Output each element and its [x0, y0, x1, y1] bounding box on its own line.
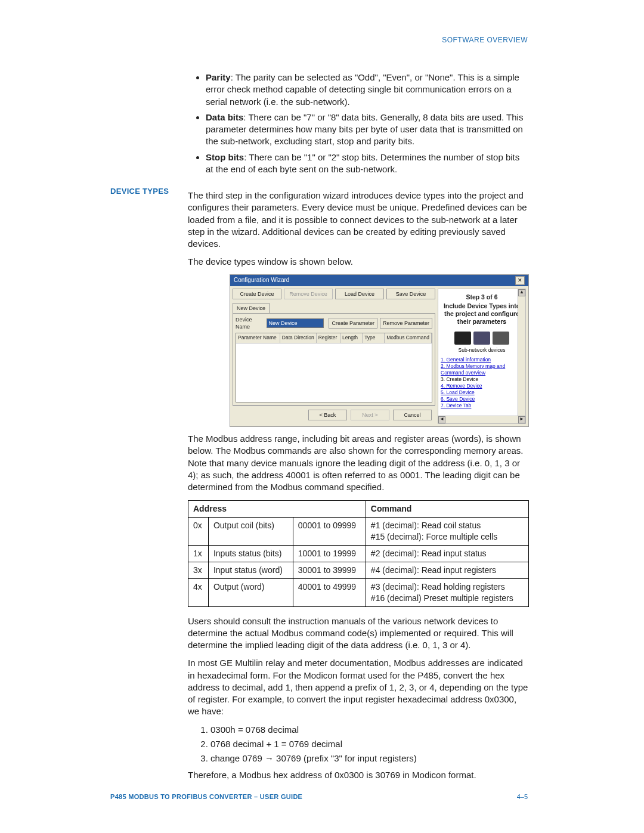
- bullet-term: Stop bits: [206, 152, 244, 162]
- create-parameter-button[interactable]: Create Parameter: [329, 318, 377, 329]
- bullet-parity: Parity: The parity can be selected as "O…: [206, 72, 528, 108]
- header-section-title: SOFTWARE OVERVIEW: [442, 36, 528, 44]
- grid-col-parameter-name: Parameter Name: [236, 333, 280, 342]
- cell-range: 40001 to 49999: [293, 578, 366, 606]
- load-device-button[interactable]: Load Device: [335, 289, 384, 299]
- help-link-remove-device[interactable]: 4. Remove Device: [441, 383, 482, 389]
- bullet-data-bits: Data bits: There can be "7" or "8" data …: [206, 112, 528, 148]
- device-types-caption: The device types window is shown below.: [188, 256, 529, 268]
- cell-prefix: 1x: [188, 546, 209, 562]
- cell-command: #1 (decimal): Read coil status #15 (deci…: [366, 518, 528, 546]
- bullet-term: Parity: [206, 72, 231, 82]
- subnet-devices-label: Sub-network devices: [441, 347, 523, 354]
- cell-name: Input status (word): [208, 562, 293, 579]
- bullet-term: Data bits: [206, 112, 243, 122]
- table-header-command: Command: [366, 501, 528, 518]
- help-link-load-device[interactable]: 5. Load Device: [441, 389, 475, 395]
- step-1: 0300h = 0768 decimal: [210, 724, 529, 736]
- step-heading: Include Device Types into the project an…: [441, 302, 523, 326]
- tab-new-device[interactable]: New Device: [233, 303, 270, 313]
- scroll-up-icon[interactable]: ▲: [518, 289, 525, 296]
- section-heading-device-types: DEVICE TYPES: [110, 186, 188, 197]
- cell-command: #2 (decimal): Read input status: [366, 546, 528, 562]
- device-thumbnail-icon: [473, 332, 490, 345]
- configuration-wizard-window: Configuration Wizard ✕ Create Device Rem…: [230, 274, 529, 428]
- grid-col-type: Type: [363, 333, 385, 342]
- scrollbar-horizontal[interactable]: ◄ ►: [438, 416, 525, 423]
- help-link-create-device: 3. Create Device: [441, 376, 478, 382]
- post-table-p3: Therefore, a Modbus hex address of 0x030…: [188, 769, 529, 781]
- cell-command: #3 (decimal): Read holding registers #16…: [366, 578, 528, 606]
- step-3: change 0769 → 30769 (prefix "3" for inpu…: [210, 753, 529, 764]
- device-thumbnail-icon: [454, 332, 471, 345]
- wizard-titlebar: Configuration Wizard ✕: [230, 275, 528, 286]
- bullet-text: : There can be "1" or "2" stop bits. Det…: [206, 152, 519, 174]
- table-row: 0x Output coil (bits) 00001 to 09999 #1 …: [188, 518, 529, 546]
- back-button[interactable]: < Back: [308, 410, 347, 420]
- device-thumbnail-icon: [493, 332, 509, 345]
- parameter-grid[interactable]: Parameter Name Data Direction Register L…: [236, 333, 432, 402]
- save-device-button[interactable]: Save Device: [386, 289, 435, 299]
- cell-command: #4 (decimal): Read input registers: [366, 562, 528, 579]
- cell-range: 00001 to 09999: [293, 518, 366, 546]
- remove-parameter-button[interactable]: Remove Parameter: [380, 318, 432, 329]
- post-table-p2: In most GE Multilin relay and meter docu…: [188, 657, 529, 717]
- grid-col-length: Length: [340, 333, 363, 342]
- scrollbar-vertical[interactable]: ▲: [518, 289, 525, 424]
- wizard-title-text: Configuration Wizard: [234, 276, 289, 284]
- post-table-p1: Users should consult the instruction man…: [188, 615, 529, 652]
- cell-prefix: 4x: [188, 578, 209, 606]
- cancel-button[interactable]: Cancel: [393, 410, 432, 420]
- table-row: 4x Output (word) 40001 to 49999 #3 (deci…: [188, 578, 529, 606]
- parameter-bullet-list: Parity: The parity can be selected as "O…: [194, 72, 528, 175]
- grid-col-modbus-command: Modbus Command: [385, 333, 432, 342]
- device-name-label: Device Name: [236, 316, 264, 330]
- help-link-general-info[interactable]: 1. General information: [441, 357, 491, 363]
- remove-device-button[interactable]: Remove Device: [284, 289, 333, 299]
- cell-prefix: 3x: [188, 562, 209, 579]
- create-device-button[interactable]: Create Device: [233, 289, 281, 299]
- modbus-address-table: Address Command 0x Output coil (bits) 00…: [188, 500, 529, 606]
- bullet-stop-bits: Stop bits: There can be "1" or "2" stop …: [206, 151, 528, 176]
- help-link-modbus-memory[interactable]: 2. Modbus Memory map and Command overvie…: [441, 363, 505, 376]
- after-wizard-text: The Modbus address range, including bit …: [188, 433, 529, 493]
- conversion-steps-list: 0300h = 0768 decimal 0768 decimal + 1 = …: [200, 724, 529, 765]
- scroll-right-icon[interactable]: ►: [518, 416, 525, 423]
- cell-name: Inputs status (bits): [208, 546, 293, 562]
- cell-prefix: 0x: [188, 518, 209, 546]
- scroll-left-icon[interactable]: ◄: [438, 416, 445, 423]
- close-icon[interactable]: ✕: [515, 276, 525, 285]
- step-indicator: Step 3 of 6: [441, 293, 523, 301]
- help-link-save-device[interactable]: 6. Save Device: [441, 396, 475, 402]
- cell-range: 30001 to 39999: [293, 562, 366, 579]
- cell-name: Output (word): [208, 578, 293, 606]
- footer-doc-title: P485 MODBUS TO PROFIBUS CONVERTER – USER…: [110, 793, 302, 800]
- step-2: 0768 decimal + 1 = 0769 decimal: [210, 738, 529, 750]
- help-link-device-tab[interactable]: 7. Device Tab: [441, 402, 471, 408]
- bullet-text: : There can be "7" or "8" data bits. Gen…: [206, 112, 523, 147]
- next-button[interactable]: Next >: [351, 410, 389, 420]
- device-name-field[interactable]: New Device: [267, 318, 324, 328]
- table-row: 1x Inputs status (bits) 10001 to 19999 #…: [188, 546, 529, 562]
- device-types-intro: The third step in the configuration wiza…: [188, 190, 529, 250]
- footer-page-number: 4–5: [517, 793, 528, 800]
- cell-name: Output coil (bits): [208, 518, 293, 546]
- cell-range: 10001 to 19999: [293, 546, 366, 562]
- wizard-help-links: 1. General information 2. Modbus Memory …: [441, 357, 523, 409]
- device-thumbnails: [441, 332, 523, 345]
- grid-col-data-direction: Data Direction: [280, 333, 317, 342]
- grid-col-register: Register: [317, 333, 340, 342]
- bullet-text: : The parity can be selected as "Odd", "…: [206, 72, 519, 107]
- wizard-side-panel: ▲ Step 3 of 6 Include Device Types into …: [438, 289, 526, 425]
- table-header-address: Address: [188, 501, 366, 518]
- table-row: 3x Input status (word) 30001 to 39999 #4…: [188, 562, 529, 579]
